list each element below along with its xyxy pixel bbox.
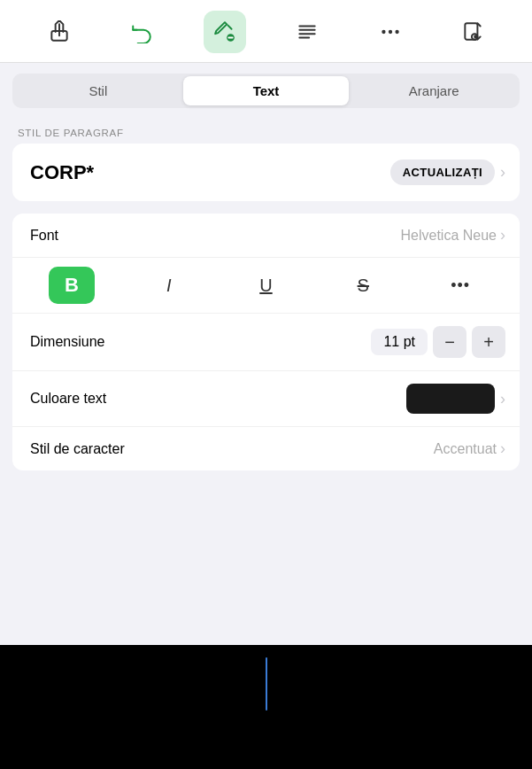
text-color-row[interactable]: Culoare text › (12, 370, 520, 426)
tab-text[interactable]: Text (183, 76, 350, 105)
strikethrough-button[interactable]: S (340, 267, 386, 304)
svg-line-2 (227, 25, 231, 28)
editor-area (0, 645, 532, 769)
undo-button[interactable] (120, 11, 163, 53)
underline-button[interactable]: U (243, 267, 289, 304)
size-decrease-button[interactable]: − (433, 326, 466, 358)
toolbar (0, 0, 532, 63)
font-value-container: Helvetica Neue › (401, 226, 506, 245)
size-label: Dimensiune (30, 334, 104, 350)
bold-button[interactable]: B (49, 267, 95, 304)
format-button[interactable] (204, 11, 246, 53)
character-style-chevron: › (500, 439, 505, 458)
preview-button[interactable] (451, 11, 494, 53)
more-options-button[interactable] (369, 11, 412, 53)
character-style-value-container: Accentuat › (434, 439, 505, 458)
paragraph-style-row: CORP* ACTUALIZAȚI › (12, 144, 520, 201)
section-label: STIL DE PARAGRAF (0, 119, 532, 144)
tab-aranjare[interactable]: Aranjare (351, 76, 517, 105)
font-label: Font (30, 228, 58, 244)
paragraph-style-chevron: › (500, 163, 505, 182)
paragraph-style-name: CORP* (30, 161, 94, 184)
font-row[interactable]: Font Helvetica Neue › (12, 214, 520, 257)
svg-point-9 (382, 30, 385, 34)
character-style-label: Stil de caracter (30, 441, 125, 457)
paragraph-style-right: ACTUALIZAȚI › (390, 159, 505, 185)
more-format-icon: ••• (451, 276, 470, 295)
tab-stil[interactable]: Stil (15, 76, 181, 105)
update-button[interactable]: ACTUALIZAȚI (390, 159, 495, 185)
paragraph-button[interactable] (286, 11, 328, 53)
format-buttons-row: B I U S ••• (12, 257, 520, 313)
size-increase-button[interactable]: + (472, 326, 505, 358)
svg-point-10 (389, 30, 392, 34)
text-color-label: Culoare text (30, 391, 106, 407)
svg-point-11 (395, 30, 398, 34)
share-button[interactable] (38, 11, 81, 53)
text-color-chevron: › (500, 390, 505, 408)
font-value: Helvetica Neue (401, 228, 497, 244)
font-format-card: Font Helvetica Neue › B I U S ••• Dimens… (12, 214, 520, 470)
size-controls: 11 pt − + (371, 326, 505, 358)
font-chevron: › (500, 226, 505, 245)
character-style-row[interactable]: Stil de caracter Accentuat › (12, 426, 520, 470)
text-color-swatch[interactable] (406, 384, 495, 414)
character-style-value: Accentuat (434, 441, 497, 457)
cursor (266, 657, 267, 711)
svg-point-14 (474, 35, 476, 37)
text-color-container: › (406, 384, 505, 414)
italic-button[interactable]: I (146, 267, 192, 304)
more-format-button[interactable]: ••• (437, 267, 483, 304)
tab-bar: Stil Text Aranjare (12, 74, 520, 108)
size-row: Dimensiune 11 pt − + (12, 313, 520, 370)
size-value: 11 pt (371, 329, 428, 355)
paragraph-style-card: CORP* ACTUALIZAȚI › (12, 144, 520, 201)
